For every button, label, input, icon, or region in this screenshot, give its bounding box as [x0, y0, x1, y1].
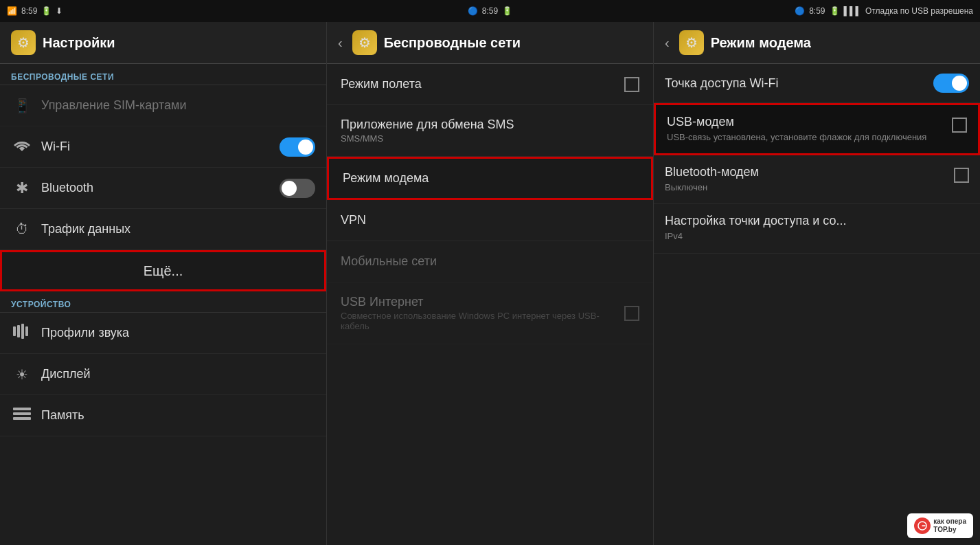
wifi-access-toggle[interactable] [933, 74, 969, 93]
sim-icon: 📱 [11, 98, 33, 114]
usb-main: USB Интернет Совместное использование Wi… [341, 295, 624, 331]
airplane-checkbox[interactable] [624, 77, 639, 92]
main-content: ⚙ Настройки БЕСПРОВОДНЫЕ СЕТИ 📱 Управлен… [0, 22, 980, 545]
battery-icon-right: 🔋 [830, 6, 840, 16]
svg-rect-1 [17, 325, 20, 337]
modem-main: Режим модема [343, 171, 637, 186]
bluetooth-text: Bluetooth [41, 181, 273, 195]
svg-rect-3 [25, 326, 28, 336]
usb-modem-checkbox[interactable] [952, 118, 967, 133]
usb-modem-subtitle: USB-связь установлена, установите флажок… [667, 131, 945, 144]
more-text: Ещё... [13, 263, 313, 279]
panel-modem: ‹ ⚙ Режим модема Точка доступа Wi-Fi USB… [654, 22, 980, 545]
svg-rect-4 [13, 408, 31, 410]
vpn-title: VPN [341, 213, 639, 227]
setting-traffic[interactable]: ⏱ Трафик данных [0, 209, 326, 250]
status-center: 🔵 8:59 🔋 [329, 6, 651, 16]
setting-sound[interactable]: Профили звука [0, 313, 326, 354]
sim-text: Управление SIM-картами [41, 98, 315, 113]
panel-wireless: ‹ ⚙ Беспроводные сети Режим полета Прило… [327, 22, 654, 545]
traffic-text: Трафик данных [41, 222, 315, 236]
wifi-icon [11, 138, 33, 155]
status-time-left: 8:59 [21, 6, 37, 16]
panel3-usb-modem[interactable]: USB-модем USB-связь установлена, установ… [654, 103, 980, 155]
wireless-back-arrow: ‹ [338, 35, 343, 51]
bluetooth-status-icon-center: 🔵 [468, 6, 478, 16]
wifi-toggle[interactable] [280, 137, 315, 157]
modem-back-arrow: ‹ [665, 35, 670, 51]
wireless-airplane[interactable]: Режим полета [327, 64, 653, 105]
panel3-ap-settings[interactable]: Настройка точки доступа и со... IPv4 [654, 204, 980, 253]
battery-icon-left: 🔋 [41, 6, 52, 16]
section-wireless-header: БЕСПРОВОДНЫЕ СЕТИ [0, 64, 326, 85]
wifi-access-point-row[interactable]: Точка доступа Wi-Fi [654, 64, 980, 103]
settings-gear-icon: ⚙ [11, 30, 36, 55]
signal-icon: ▌▌▌ [844, 6, 862, 16]
wifi-text: Wi-Fi [41, 140, 273, 154]
svg-rect-6 [13, 417, 31, 420]
ap-settings-text: Настройка точки доступа и со... IPv4 [665, 214, 969, 243]
bt-modem-checkbox[interactable] [954, 168, 969, 183]
wireless-vpn[interactable]: VPN [327, 200, 653, 241]
wireless-mobile: Мобильные сети [327, 241, 653, 282]
sms-title: Приложение для обмена SMS [341, 118, 639, 132]
setting-display[interactable]: ☀ Дисплей [0, 354, 326, 395]
setting-wifi[interactable]: Wi-Fi [0, 126, 326, 168]
wifi-title: Wi-Fi [41, 140, 273, 154]
wireless-modem[interactable]: Режим модема [327, 157, 653, 200]
panel-settings-title: Настройки [43, 35, 115, 51]
panel3-bt-modem[interactable]: Bluetooth-модем Выключен [654, 155, 980, 204]
status-left: 📶 8:59 🔋 ⬇ [7, 6, 329, 16]
panel-settings: ⚙ Настройки БЕСПРОВОДНЫЕ СЕТИ 📱 Управлен… [0, 22, 327, 545]
sim-title: Управление SIM-картами [41, 98, 315, 113]
sound-text: Профили звука [41, 326, 315, 340]
bt-modem-title: Bluetooth-модем [665, 165, 947, 179]
modem-gear-icon: ⚙ [679, 30, 704, 55]
svg-rect-0 [13, 326, 16, 336]
panel-wireless-header: ‹ ⚙ Беспроводные сети [327, 22, 653, 64]
wifi-status-icon: 📶 [7, 6, 17, 16]
panel-modem-title: Режим модема [711, 35, 811, 51]
usb-title: USB Интернет [341, 295, 624, 309]
battery-icon-center: 🔋 [502, 6, 512, 16]
memory-text: Память [41, 408, 315, 423]
panel-modem-header: ‹ ⚙ Режим модема [654, 22, 980, 64]
svg-rect-5 [13, 412, 31, 415]
setting-sim: 📱 Управление SIM-картами [0, 85, 326, 126]
wifi-access-title: Точка доступа Wi-Fi [665, 76, 779, 91]
panel-settings-body: БЕСПРОВОДНЫЕ СЕТИ 📱 Управление SIM-карта… [0, 64, 326, 545]
traffic-icon: ⏱ [11, 221, 33, 237]
setting-bluetooth[interactable]: ✱ Bluetooth [0, 168, 326, 209]
bluetooth-status-icon-right: 🔵 [795, 6, 805, 16]
bluetooth-title: Bluetooth [41, 181, 273, 195]
memory-title: Память [41, 408, 315, 423]
bt-modem-text: Bluetooth-модем Выключен [665, 165, 947, 194]
sound-icon [11, 324, 33, 342]
download-icon: ⬇ [56, 6, 62, 16]
display-icon: ☀ [11, 366, 33, 383]
setting-more[interactable]: Ещё... [0, 250, 326, 291]
setting-memory[interactable]: Память [0, 395, 326, 436]
airplane-main: Режим полета [341, 77, 624, 91]
sms-subtitle: SMS/MMS [341, 133, 639, 144]
memory-icon [11, 406, 33, 425]
more-title: Ещё... [13, 263, 313, 279]
wireless-gear-icon: ⚙ [352, 30, 377, 55]
mobile-main: Мобильные сети [341, 254, 639, 269]
mobile-title: Мобильные сети [341, 254, 639, 269]
bluetooth-icon: ✱ [11, 179, 33, 197]
sound-title: Профили звука [41, 326, 315, 340]
wireless-usb: USB Интернет Совместное использование Wi… [327, 282, 653, 344]
status-time-center: 8:59 [482, 6, 498, 16]
usb-modem-title: USB-модем [667, 115, 945, 129]
usb-notification: Отладка по USB разрешена [865, 6, 973, 16]
display-title: Дисплей [41, 367, 315, 381]
panel-modem-body: Точка доступа Wi-Fi USB-модем USB-связь … [654, 64, 980, 545]
panel-wireless-title: Беспроводные сети [384, 35, 521, 51]
wireless-sms[interactable]: Приложение для обмена SMS SMS/MMS [327, 105, 653, 157]
logo-text: как опера ТОР.by [933, 518, 966, 534]
status-time-right: 8:59 [809, 6, 825, 16]
traffic-title: Трафик данных [41, 222, 315, 236]
bluetooth-toggle[interactable] [280, 179, 315, 198]
svg-rect-2 [21, 324, 24, 339]
